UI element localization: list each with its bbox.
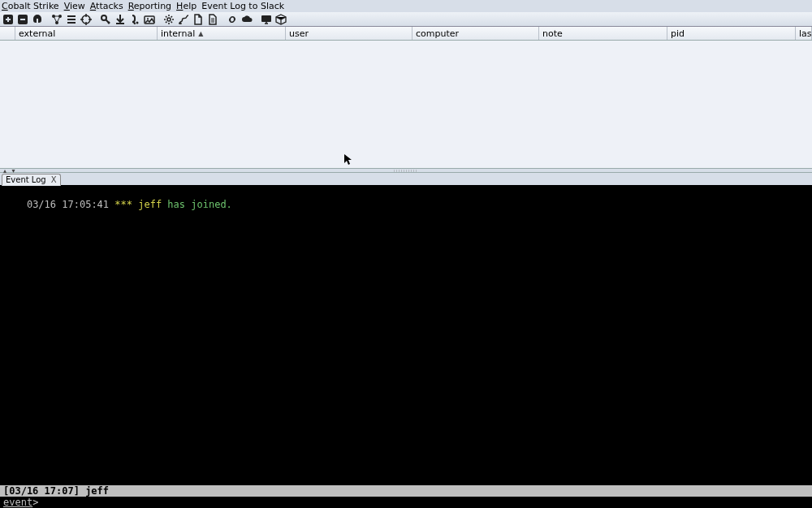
console-output[interactable]: 03/16 17:05:41 *** jeff has joined. [0, 186, 812, 485]
tabstrip: Event Log X [0, 173, 812, 186]
credentials-icon[interactable] [99, 13, 112, 26]
prompt-gt: > [32, 497, 38, 508]
listeners-icon[interactable] [31, 13, 44, 26]
col-last[interactable]: last [796, 27, 812, 40]
menu-attacks[interactable]: Attacks [90, 1, 123, 11]
disconnect-icon[interactable] [16, 13, 29, 26]
tab-close-icon[interactable]: X [51, 176, 57, 184]
sort-indicator-icon: ▲ [198, 30, 203, 37]
graph-view-icon[interactable] [50, 13, 63, 26]
tab-event-log[interactable]: Event Log X [2, 174, 61, 186]
list-view-icon[interactable] [65, 13, 78, 26]
console-prompt[interactable]: event> [0, 497, 812, 508]
beacon-table-header: external internal▲ user computer note pi… [0, 27, 812, 41]
document-icon[interactable] [206, 13, 219, 26]
col-user[interactable]: user [286, 27, 412, 40]
toolbar [0, 12, 812, 27]
keystrokes-icon[interactable] [128, 13, 141, 26]
col-pid[interactable]: pid [667, 27, 796, 40]
splitter-grip-icon [394, 170, 418, 172]
col-external-label: external [19, 28, 55, 39]
cloud-icon[interactable] [240, 13, 253, 26]
log-message: has joined. [167, 199, 231, 210]
menu-reporting[interactable]: Reporting [128, 1, 171, 11]
col-pid-label: pid [671, 28, 685, 39]
log-user: jeff [138, 199, 162, 210]
tab-label: Event Log [6, 175, 46, 184]
mouse-cursor-icon [344, 154, 352, 166]
event-log-console: 03/16 17:05:41 *** jeff has joined. [03/… [0, 186, 812, 508]
col-computer[interactable]: computer [412, 27, 539, 40]
col-computer-label: computer [416, 28, 459, 39]
menu-event-log-to-slack[interactable]: Event Log to Slack [201, 1, 284, 11]
col-note[interactable]: note [539, 27, 667, 40]
log-line: 03/16 17:05:41 *** jeff has joined. [27, 199, 232, 210]
prompt-label: event [3, 497, 32, 508]
log-timestamp: 03/16 17:05:41 [27, 199, 109, 210]
menu-view[interactable]: View [64, 1, 85, 11]
file-icon[interactable] [192, 13, 205, 26]
pane-splitter[interactable]: ▴ ▾ [0, 168, 812, 173]
col-internal[interactable]: internal▲ [158, 27, 286, 40]
col-external[interactable]: external [15, 27, 158, 40]
col-last-label: last [799, 28, 812, 39]
script-console-icon[interactable] [177, 13, 190, 26]
connect-icon[interactable] [2, 13, 15, 26]
package-icon[interactable] [274, 13, 287, 26]
downloads-icon[interactable] [114, 13, 127, 26]
svg-point-11 [179, 23, 182, 24]
menu-cobalt-strike[interactable]: Cobalt Strike [2, 1, 59, 11]
svg-point-10 [167, 18, 171, 21]
menu-help[interactable]: Help [176, 1, 197, 11]
desktop-icon[interactable] [260, 13, 273, 26]
col-user-label: user [289, 28, 309, 39]
menubar: Cobalt Strike View Attacks Reporting Hel… [0, 0, 812, 12]
svg-point-9 [147, 18, 149, 19]
svg-point-7 [136, 21, 139, 24]
link-icon[interactable] [226, 13, 239, 26]
col-internal-label: internal [161, 28, 195, 39]
console-status-bar: [03/16 17:07] jeff [0, 485, 812, 497]
settings-icon[interactable] [162, 13, 175, 26]
log-stars: *** [114, 199, 132, 210]
console-input[interactable] [38, 497, 809, 508]
beacon-table-body[interactable] [0, 41, 812, 168]
targets-icon[interactable] [80, 13, 93, 26]
col-note-label: note [542, 28, 563, 39]
svg-rect-12 [261, 15, 271, 22]
screenshots-icon[interactable] [143, 13, 156, 26]
